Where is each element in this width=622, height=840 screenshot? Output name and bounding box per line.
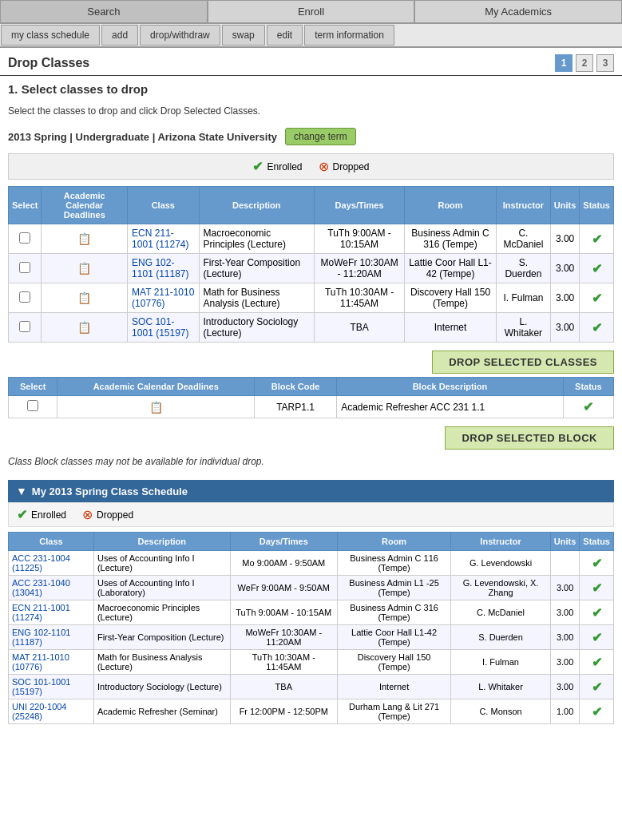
class-row-link[interactable]: ECN 211-1001 (11274) <box>132 228 188 250</box>
sched-row-days-times: WeFr 9:00AM - 9:50AM <box>230 576 337 600</box>
class-table-row: 📋 MAT 211-1010 (10776) Math for Business… <box>9 283 614 313</box>
sched-col-instructor: Instructor <box>451 533 551 551</box>
sub-nav: my class schedule add drop/withdraw swap… <box>0 24 622 48</box>
sched-row-instructor: G. Levendowski <box>451 551 551 576</box>
block-row-checkbox[interactable] <box>27 400 38 411</box>
sched-row-days-times: TuTh 10:30AM - 11:45AM <box>230 650 337 675</box>
class-row-checkbox-cell[interactable] <box>9 283 42 313</box>
schedule-section-header: ▼ My 2013 Spring Class Schedule <box>8 480 614 502</box>
class-row-units: 3.00 <box>550 313 580 343</box>
class-row-calendar: 📋 <box>42 224 128 254</box>
class-row-link[interactable]: MAT 211-1010 (10776) <box>132 287 194 309</box>
legend: ✔ Enrolled ⊗ Dropped <box>8 153 614 180</box>
class-row-days-times: TBA <box>315 313 405 343</box>
nav-tab-search[interactable]: Search <box>0 0 208 23</box>
sched-row-days-times: MoWeFr 10:30AM - 11:20AM <box>230 625 337 650</box>
dropped-x-icon: ⊗ <box>319 159 329 174</box>
sched-row-link[interactable]: SOC 101-1001 (15197) <box>12 677 70 696</box>
class-row-checkbox[interactable] <box>19 232 30 244</box>
class-row-checkbox-cell[interactable] <box>9 313 42 343</box>
drop-selected-container: DROP SELECTED CLASSES <box>8 351 614 374</box>
step-1: 1 <box>555 54 572 72</box>
class-row-link[interactable]: ENG 102-1101 (11187) <box>132 257 188 279</box>
step-2: 2 <box>576 54 593 72</box>
block-row-code: TARP1.1 <box>254 396 336 418</box>
sched-status-enrolled-icon: ✔ <box>592 631 602 644</box>
sched-row-status: ✔ <box>580 576 614 600</box>
col-status: Status <box>580 187 614 224</box>
nav-tab-my-academics[interactable]: My Academics <box>414 0 622 23</box>
subnav-term-information[interactable]: term information <box>304 25 394 46</box>
block-table: Select Academic Calendar Deadlines Block… <box>8 377 614 418</box>
subnav-my-class-schedule[interactable]: my class schedule <box>1 25 100 46</box>
legend-dropped: ⊗ Dropped <box>319 159 370 174</box>
sched-row-instructor: I. Fulman <box>451 650 551 675</box>
class-row-days-times: MoWeFr 10:30AM - 11:20AM <box>315 254 405 283</box>
sched-row-instructor: C. McDaniel <box>451 600 551 625</box>
class-row-calendar: 📋 <box>42 283 128 313</box>
sched-row-class: ACC 231-1040 (13041) <box>9 576 94 600</box>
subnav-add[interactable]: add <box>101 25 138 46</box>
class-table-row: 📋 SOC 101-1001 (15197) Introductory Soci… <box>9 313 614 343</box>
col-class: Class <box>128 187 199 224</box>
subnav-drop-withdraw[interactable]: drop/withdraw <box>140 25 220 46</box>
calendar-book-icon[interactable]: 📋 <box>77 232 91 245</box>
class-row-class: ECN 211-1001 (11274) <box>128 224 199 254</box>
sched-row-instructor: G. Levendowski, X. Zhang <box>451 576 551 600</box>
class-row-checkbox-cell[interactable] <box>9 254 42 283</box>
sched-row-link[interactable]: ACC 231-1004 (11225) <box>12 553 70 573</box>
sched-status-enrolled-icon: ✔ <box>592 557 602 570</box>
sched-row-link[interactable]: ECN 211-1001 (11274) <box>12 603 70 622</box>
schedule-expand-icon[interactable]: ▼ <box>16 485 27 497</box>
sched-row-description: First-Year Composition (Lecture) <box>93 625 230 650</box>
sched-row-status: ✔ <box>580 600 614 625</box>
sched-row-room: Internet <box>337 675 450 699</box>
sched-row-units: 1.00 <box>550 699 580 724</box>
schedule-table-row: SOC 101-1001 (15197) Introductory Sociol… <box>9 675 614 699</box>
drop-selected-block-container: DROP SELECTED BLOCK <box>8 426 614 450</box>
class-row-checkbox[interactable] <box>19 321 30 332</box>
class-row-checkbox-cell[interactable] <box>9 224 42 254</box>
subnav-swap[interactable]: swap <box>222 25 265 46</box>
sched-row-link[interactable]: MAT 211-1010 (10776) <box>12 652 69 672</box>
class-row-class: SOC 101-1001 (15197) <box>128 313 199 343</box>
calendar-book-icon[interactable]: 📋 <box>77 291 91 304</box>
sched-row-days-times: TuTh 9:00AM - 10:15AM <box>230 600 337 625</box>
sched-row-units: 3.00 <box>550 600 580 625</box>
class-row-checkbox[interactable] <box>19 291 30 303</box>
calendar-book-icon[interactable]: 📋 <box>77 321 91 334</box>
sched-row-description: Uses of Accounting Info I (Lecture) <box>93 551 230 576</box>
sched-col-description: Description <box>93 533 230 551</box>
step-indicators: 1 2 3 <box>555 54 614 72</box>
block-status-enrolled-icon: ✔ <box>583 400 593 414</box>
schedule-table-row: ENG 102-1101 (11187) First-Year Composit… <box>9 625 614 650</box>
lower-dropped-icon: ⊗ <box>82 507 93 522</box>
subnav-edit[interactable]: edit <box>267 25 303 46</box>
instructions: Select the classes to drop and click Dro… <box>0 102 622 123</box>
legend-enrolled: ✔ Enrolled <box>252 159 302 174</box>
sched-row-link[interactable]: ENG 102-1101 (11187) <box>12 628 70 647</box>
calendar-book-icon[interactable]: 📋 <box>77 262 91 275</box>
schedule-table-row: ACC 231-1040 (13041) Uses of Accounting … <box>9 576 614 600</box>
class-row-checkbox[interactable] <box>19 262 30 273</box>
class-row-class: MAT 211-1010 (10776) <box>128 283 199 313</box>
schedule-table: Class Description Days/Times Room Instru… <box>8 532 614 724</box>
sched-row-instructor: L. Whitaker <box>451 675 551 699</box>
sched-row-link[interactable]: ACC 231-1040 (13041) <box>12 578 70 597</box>
change-term-button[interactable]: change term <box>285 128 356 145</box>
block-row-checkbox-cell[interactable] <box>9 396 57 418</box>
block-col-block-description: Block Description <box>337 378 564 396</box>
sched-row-link[interactable]: UNI 220-1004 (25248) <box>12 702 67 721</box>
block-calendar-icon[interactable]: 📋 <box>149 401 163 414</box>
drop-selected-classes-button[interactable]: DROP SELECTED CLASSES <box>432 351 614 374</box>
schedule-table-container: Class Description Days/Times Room Instru… <box>8 532 614 724</box>
class-row-room: Lattie Coor Hall L1-42 (Tempe) <box>405 254 497 283</box>
sched-row-room: Durham Lang & Lit 271 (Tempe) <box>337 699 450 724</box>
class-row-link[interactable]: SOC 101-1001 (15197) <box>132 316 188 339</box>
sched-status-enrolled-icon: ✔ <box>592 705 602 719</box>
class-row-calendar: 📋 <box>42 313 128 343</box>
nav-tab-enroll[interactable]: Enroll <box>208 0 415 23</box>
class-row-units: 3.00 <box>550 224 580 254</box>
sched-row-status: ✔ <box>580 699 614 724</box>
drop-selected-block-button[interactable]: DROP SELECTED BLOCK <box>445 426 614 450</box>
